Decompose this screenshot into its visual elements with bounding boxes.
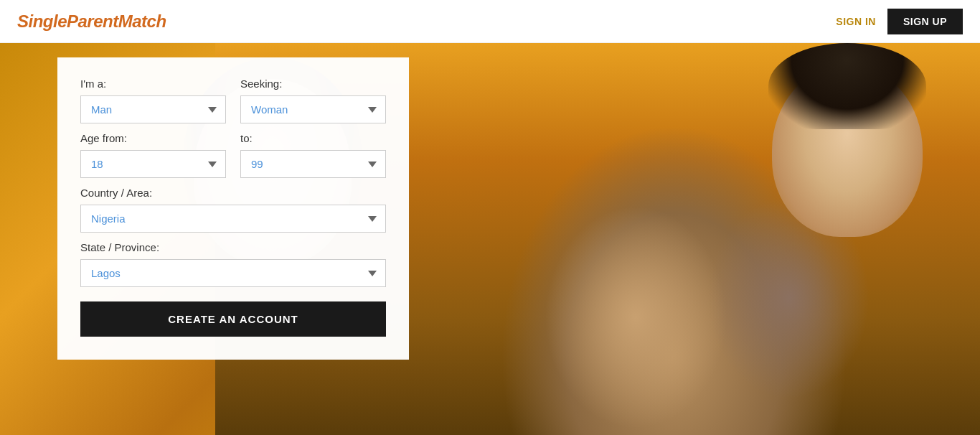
im-a-group: I'm a: Man Woman: [80, 78, 226, 123]
state-label: State / Province:: [80, 241, 386, 253]
state-row: State / Province: Lagos Abuja Kano Ibada…: [80, 241, 386, 287]
country-select[interactable]: Nigeria United States United Kingdom Can…: [80, 205, 386, 233]
country-row: Country / Area: Nigeria United States Un…: [80, 187, 386, 233]
seeking-label: Seeking:: [240, 78, 386, 90]
im-a-label: I'm a:: [80, 78, 226, 90]
search-form-panel: I'm a: Man Woman Seeking: Woman Man Age …: [57, 57, 409, 360]
seeking-select[interactable]: Woman Man: [240, 95, 386, 123]
sign-up-button[interactable]: SIGN UP: [887, 9, 963, 34]
age-from-label: Age from:: [80, 132, 226, 144]
age-row: Age from: 18 19 20 25 30 35 40 to: 99 90…: [80, 132, 386, 178]
seeking-group: Seeking: Woman Man: [240, 78, 386, 123]
age-to-label: to:: [240, 132, 386, 144]
age-to-group: to: 99 90 80 70 60 50: [240, 132, 386, 178]
country-group: Country / Area: Nigeria United States Un…: [80, 187, 386, 233]
header-nav: SIGN IN SIGN UP: [836, 9, 963, 34]
age-from-select[interactable]: 18 19 20 25 30 35 40: [80, 150, 226, 178]
state-group: State / Province: Lagos Abuja Kano Ibada…: [80, 241, 386, 287]
sign-in-link[interactable]: SIGN IN: [836, 16, 876, 27]
im-a-seeking-row: I'm a: Man Woman Seeking: Woman Man: [80, 78, 386, 123]
age-to-select[interactable]: 99 90 80 70 60 50: [240, 150, 386, 178]
country-label: Country / Area:: [80, 187, 386, 199]
age-from-group: Age from: 18 19 20 25 30 35 40: [80, 132, 226, 178]
im-a-select[interactable]: Man Woman: [80, 95, 226, 123]
header: SingleParentMatch SIGN IN SIGN UP: [0, 0, 980, 43]
man-hair: [768, 43, 926, 129]
create-account-button[interactable]: CREATE AN ACCOUNT: [80, 301, 386, 337]
logo: SingleParentMatch: [17, 11, 166, 32]
state-select[interactable]: Lagos Abuja Kano Ibadan Port Harcourt: [80, 259, 386, 287]
